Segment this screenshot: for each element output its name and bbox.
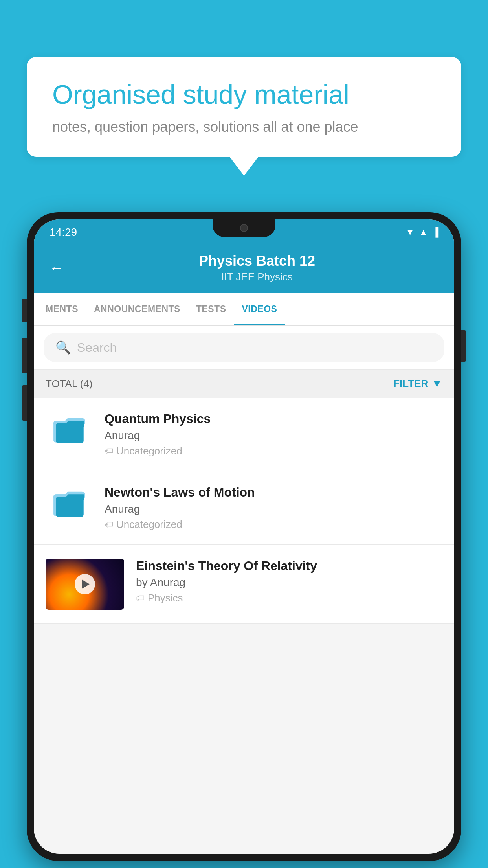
tab-videos[interactable]: VIDEOS: [234, 293, 285, 326]
tag-icon: 🏷: [136, 593, 145, 603]
item-thumbnail: [46, 559, 124, 610]
item-tag: 🏷 Uncategorized: [105, 519, 442, 531]
status-bar: 14:29 ▼ ▲ ▐: [34, 219, 454, 245]
speech-bubble-container: Organised study material notes, question…: [27, 57, 461, 157]
list-item[interactable]: Quantum Physics Anurag 🏷 Uncategorized: [34, 398, 454, 471]
play-icon: [82, 579, 90, 589]
search-container: 🔍 Search: [34, 326, 454, 370]
play-button[interactable]: [75, 574, 95, 594]
total-count: TOTAL (4): [46, 378, 92, 390]
back-button[interactable]: ←: [50, 260, 64, 276]
filter-funnel-icon: ▼: [431, 377, 442, 390]
list-item[interactable]: Einstein's Theory Of Relativity by Anura…: [34, 545, 454, 624]
header-title-section: Physics Batch 12 IIT JEE Physics: [75, 253, 438, 283]
item-author: by Anurag: [136, 576, 442, 589]
tag-label: Uncategorized: [116, 445, 182, 457]
tag-icon: 🏷: [105, 520, 113, 530]
power-button[interactable]: [461, 330, 466, 362]
list-item[interactable]: Newton's Laws of Motion Anurag 🏷 Uncateg…: [34, 471, 454, 545]
item-info: Quantum Physics Anurag 🏷 Uncategorized: [105, 412, 442, 457]
search-icon: 🔍: [55, 340, 71, 355]
item-thumbnail: [46, 485, 93, 520]
status-time: 14:29: [50, 226, 77, 239]
item-title: Newton's Laws of Motion: [105, 485, 442, 500]
item-title: Quantum Physics: [105, 412, 442, 426]
item-author: Anurag: [105, 503, 442, 515]
tab-announcements[interactable]: ANNOUNCEMENTS: [86, 293, 188, 326]
item-tag: 🏷 Uncategorized: [105, 445, 442, 457]
tabs-bar: MENTS ANNOUNCEMENTS TESTS VIDEOS: [34, 293, 454, 326]
item-info: Einstein's Theory Of Relativity by Anura…: [136, 559, 442, 604]
volume-up-button[interactable]: [22, 338, 27, 373]
folder-icon: [53, 415, 86, 444]
item-tag: 🏷 Physics: [136, 592, 442, 604]
speech-bubble: Organised study material notes, question…: [27, 57, 461, 157]
phone-screen: 14:29 ▼ ▲ ▐ ← Physics Batch 12 IIT JEE P…: [34, 219, 454, 854]
filter-label: FILTER: [393, 378, 428, 390]
filter-button[interactable]: FILTER ▼: [393, 377, 442, 390]
tab-ments[interactable]: MENTS: [38, 293, 86, 326]
item-author: Anurag: [105, 429, 442, 442]
speech-bubble-subtitle: notes, question papers, solutions all at…: [52, 119, 436, 135]
tag-label: Physics: [148, 592, 183, 604]
phone-frame: 14:29 ▼ ▲ ▐ ← Physics Batch 12 IIT JEE P…: [27, 212, 461, 861]
video-list: Quantum Physics Anurag 🏷 Uncategorized: [34, 398, 454, 624]
status-icons: ▼ ▲ ▐: [406, 227, 438, 237]
signal-icon: ▲: [419, 227, 428, 237]
header-title: Physics Batch 12: [75, 253, 438, 269]
battery-icon: ▐: [432, 227, 438, 237]
folder-icon: [53, 488, 86, 518]
search-input[interactable]: Search: [77, 340, 117, 355]
tag-icon: 🏷: [105, 446, 113, 456]
wifi-icon: ▼: [406, 227, 415, 237]
header-subtitle: IIT JEE Physics: [75, 271, 438, 283]
item-info: Newton's Laws of Motion Anurag 🏷 Uncateg…: [105, 485, 442, 531]
video-thumbnail-bg: [46, 559, 124, 610]
mute-button[interactable]: [22, 299, 27, 322]
camera: [240, 224, 248, 232]
notch: [213, 219, 275, 237]
volume-down-button[interactable]: [22, 385, 27, 421]
tab-tests[interactable]: TESTS: [188, 293, 234, 326]
filter-bar: TOTAL (4) FILTER ▼: [34, 370, 454, 398]
app-header: ← Physics Batch 12 IIT JEE Physics: [34, 245, 454, 293]
item-title: Einstein's Theory Of Relativity: [136, 559, 442, 573]
item-thumbnail: [46, 412, 93, 447]
speech-bubble-title: Organised study material: [52, 79, 436, 111]
search-box[interactable]: 🔍 Search: [44, 333, 444, 362]
tag-label: Uncategorized: [116, 519, 182, 531]
